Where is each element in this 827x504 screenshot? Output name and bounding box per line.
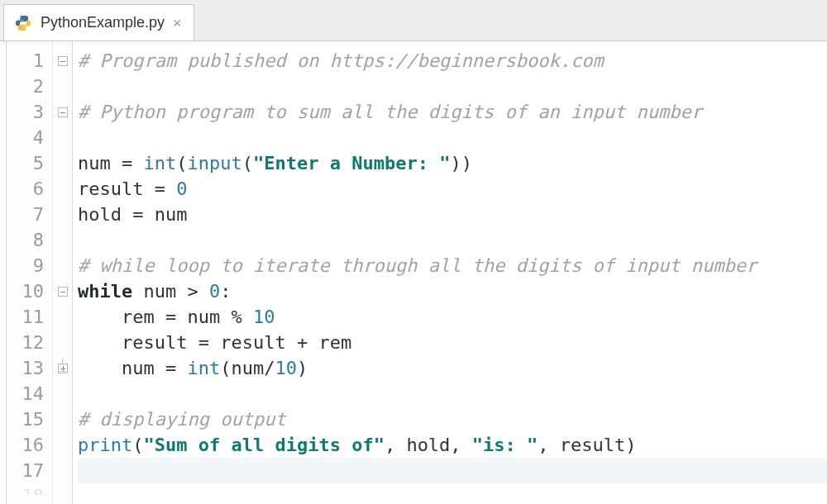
code-token: : (220, 281, 231, 302)
code-line[interactable] (78, 125, 827, 150)
fold-toggle-icon[interactable] (58, 107, 68, 117)
code-line[interactable]: while num > 0: (78, 278, 827, 304)
tab-active[interactable]: PythonExample.py × (3, 4, 194, 40)
line-number[interactable]: 1 (7, 48, 44, 74)
code-token: 10 (253, 307, 275, 327)
line-number[interactable]: 8 (7, 227, 44, 253)
code-token: print (78, 435, 132, 455)
line-number-gutter[interactable]: 123456789101112131415161718 (7, 41, 53, 504)
code-token: hold = num (78, 204, 187, 225)
fold-cell (53, 176, 72, 202)
fold-cell (53, 125, 72, 150)
python-file-icon (14, 14, 32, 32)
line-number[interactable]: 15 (7, 407, 44, 432)
fold-cell (53, 48, 72, 74)
svg-point-0 (20, 17, 22, 18)
code-token: num = (78, 358, 187, 378)
fold-cell (53, 355, 72, 381)
code-token: # Program published on https://beginners… (78, 50, 604, 71)
code-token: 10 (275, 358, 297, 378)
fold-gutter[interactable] (53, 41, 73, 504)
line-number[interactable]: 17 (7, 458, 44, 483)
code-line[interactable]: # while loop to iterate through all the … (78, 253, 827, 278)
code-line[interactable]: result = 0 (78, 176, 827, 202)
code-token: 0 (209, 281, 220, 302)
code-token: num = (78, 153, 143, 174)
fold-toggle-icon[interactable] (58, 56, 68, 66)
code-line[interactable] (78, 74, 827, 99)
code-token: rem = num % (78, 307, 253, 327)
line-number[interactable]: 13 (7, 355, 44, 381)
code-line[interactable]: result = result + rem (78, 330, 827, 355)
code-line[interactable] (78, 483, 827, 495)
code-area[interactable]: # Program published on https://beginners… (73, 41, 827, 504)
line-number[interactable]: 11 (7, 304, 44, 330)
fold-cell (53, 483, 72, 495)
fold-cell (53, 381, 72, 407)
code-line[interactable] (78, 381, 827, 407)
fold-cell (53, 74, 72, 99)
fold-cell (53, 278, 72, 304)
line-number[interactable]: 18 (7, 483, 44, 495)
code-line[interactable] (78, 227, 827, 253)
code-token: # while loop to iterate through all the … (78, 255, 757, 276)
code-token: )) (450, 153, 472, 174)
fold-cell (53, 202, 72, 227)
close-icon[interactable]: × (173, 16, 182, 31)
code-line[interactable]: num = int(input("Enter a Number: ")) (78, 150, 827, 176)
code-token: int (187, 358, 220, 378)
code-token: while (78, 281, 143, 302)
line-number[interactable]: 9 (7, 253, 44, 278)
code-line[interactable]: num = int(num/10) (78, 355, 827, 381)
code-token: (num/ (220, 358, 275, 378)
code-token: , result) (538, 435, 636, 455)
fold-toggle-icon[interactable] (58, 364, 68, 373)
code-token: result = result + rem (78, 332, 351, 353)
fold-cell (53, 432, 72, 458)
fold-cell (53, 458, 72, 483)
code-editor[interactable]: 123456789101112131415161718 # Program pu… (0, 41, 827, 504)
code-token: num > (143, 281, 208, 302)
svg-point-1 (26, 27, 27, 29)
line-number[interactable]: 5 (7, 150, 44, 176)
code-token: # displaying output (78, 409, 286, 430)
fold-cell (53, 304, 72, 330)
code-line[interactable]: # displaying output (78, 407, 827, 432)
code-token: input (187, 153, 241, 174)
line-number[interactable]: 12 (7, 330, 44, 355)
code-token: ) (297, 358, 308, 378)
line-number[interactable]: 16 (7, 432, 44, 458)
fold-cell (53, 150, 72, 176)
code-token: "Sum of all digits of" (143, 435, 384, 455)
code-token: , hold, (385, 435, 472, 455)
code-token: int (143, 153, 176, 174)
code-token: ( (132, 435, 143, 455)
code-line[interactable]: # Program published on https://beginners… (78, 48, 827, 74)
line-number[interactable]: 14 (7, 381, 44, 407)
editor-left-edge (0, 41, 7, 504)
tab-bar: PythonExample.py × (0, 0, 827, 41)
code-token: # Python program to sum all the digits o… (78, 102, 702, 122)
line-number[interactable]: 3 (7, 99, 44, 125)
code-line[interactable] (78, 458, 827, 483)
code-line[interactable]: hold = num (78, 202, 827, 227)
code-token: ( (242, 153, 253, 174)
code-token: "Enter a Number: " (253, 153, 450, 174)
line-number[interactable]: 6 (7, 176, 44, 202)
fold-cell (53, 407, 72, 432)
line-number[interactable]: 4 (7, 125, 44, 150)
code-line[interactable]: print("Sum of all digits of", hold, "is:… (78, 432, 827, 458)
tab-filename: PythonExample.py (41, 14, 165, 31)
code-token: result = (78, 178, 176, 199)
fold-cell (53, 99, 72, 125)
line-number[interactable]: 10 (7, 278, 44, 304)
code-token: "is: " (472, 435, 538, 455)
code-token: 0 (176, 178, 187, 199)
line-number[interactable]: 7 (7, 202, 44, 227)
fold-toggle-icon[interactable] (58, 287, 68, 297)
code-line[interactable]: rem = num % 10 (78, 304, 827, 330)
fold-cell (53, 330, 72, 355)
line-number[interactable]: 2 (7, 74, 44, 99)
code-line[interactable]: # Python program to sum all the digits o… (78, 99, 827, 125)
fold-cell (53, 253, 72, 278)
